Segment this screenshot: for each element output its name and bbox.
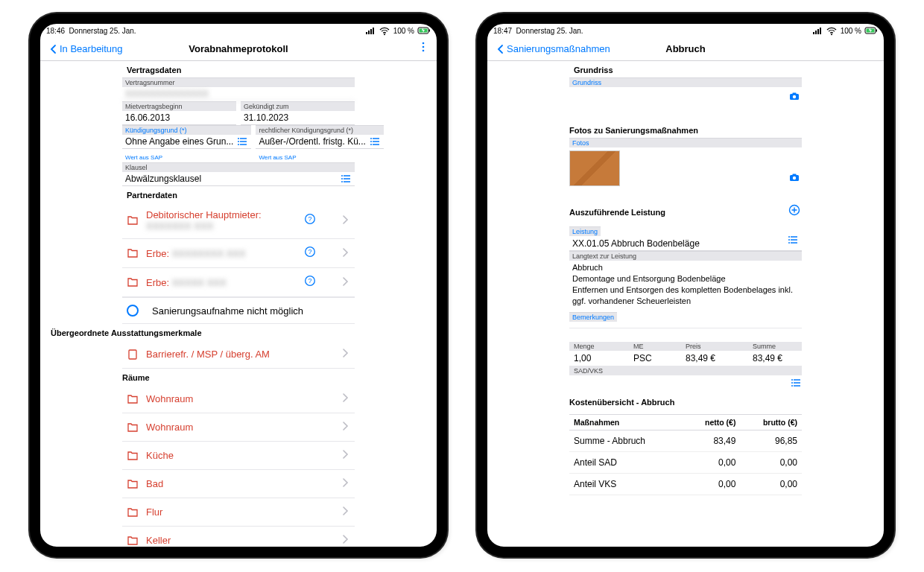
room-list: WohnraumWohnraumKücheBadFlurKeller: [122, 385, 355, 547]
th-massnahmen: Maßnahmen: [569, 415, 684, 430]
list-icon[interactable]: [788, 234, 799, 249]
partner-row[interactable]: Erbe: XXXXXXXX XXX: [122, 239, 355, 268]
help-icon[interactable]: [304, 213, 316, 228]
back-button[interactable]: In Bearbeitung: [48, 43, 123, 55]
chevron-right-icon: [340, 392, 350, 406]
photo-thumbnail[interactable]: [569, 150, 620, 186]
back-label: Sanierungsmaßnahmen: [507, 43, 610, 54]
label-mietbeginn: Mietvertragsbeginn: [122, 101, 236, 111]
section-leistung: Auszuführende Leistung: [569, 208, 665, 217]
battery-icon: [864, 25, 878, 36]
more-menu-button[interactable]: [417, 41, 429, 57]
folder-icon: [127, 247, 139, 259]
partner-list: Debitorischer Hauptmieter: XXXXXXX XXXEr…: [122, 203, 355, 297]
cost-netto: 0,00: [684, 474, 741, 495]
value-klausel[interactable]: Abwälzungsklausel: [122, 172, 355, 186]
cost-brutto: 0,00: [740, 452, 802, 474]
row-barrierefrei[interactable]: Barrierefr. / MSP / überg. AM: [122, 340, 355, 369]
list-icon[interactable]: [238, 136, 248, 150]
label-sadvks: SAD/VKS: [569, 366, 802, 375]
hint-kuendigungsgrund: Wert aus SAP: [122, 153, 165, 162]
label-gekuendigt: Gekündigt zum: [241, 101, 355, 111]
cost-table: Maßnahmen netto (€) brutto (€) Summe - A…: [569, 414, 802, 495]
value-leistung[interactable]: XX.01.05 Abbruch Bodenbeläge: [569, 237, 802, 251]
chevron-right-icon: [340, 420, 350, 434]
cost-netto: 0,00: [684, 452, 741, 474]
section-partnerdaten: Partnerdaten: [122, 186, 355, 203]
section-uebergeordnet: Übergeordnete Ausstattungsmerkmale: [51, 324, 431, 340]
room-label: Bad: [146, 478, 332, 489]
help-icon[interactable]: [304, 246, 316, 261]
value-summe: 83,49 €: [748, 351, 802, 366]
label-fotos: Fotos: [569, 138, 802, 147]
cost-label: Anteil VKS: [569, 474, 684, 495]
camera-button[interactable]: [569, 87, 802, 108]
section-vertragsdaten: Vertragsdaten: [122, 61, 355, 77]
folder-icon: [127, 478, 139, 490]
partner-label: Erbe: XXXXX XXX: [146, 277, 297, 288]
list-icon[interactable]: [341, 173, 352, 188]
cost-brutto: 96,85: [740, 430, 802, 452]
camera-button[interactable]: [788, 171, 802, 186]
partner-row[interactable]: Debitorischer Hauptmieter: XXXXXXX XXX: [122, 203, 355, 239]
room-row[interactable]: Flur: [122, 498, 355, 527]
status-battery: 100 %: [393, 27, 414, 35]
section-fotos: Fotos zu Sanierungsmaßnahmen: [569, 121, 802, 138]
section-raeume: Räume: [122, 369, 355, 385]
chevron-right-icon: [340, 214, 350, 228]
room-row[interactable]: Bad: [122, 470, 355, 498]
value-menge[interactable]: 1,00: [569, 351, 629, 366]
list-icon[interactable]: [791, 377, 802, 392]
help-icon[interactable]: [304, 275, 316, 290]
section-kostenuebersicht: Kostenübersicht - Abbruch: [569, 393, 802, 410]
qty-header: Menge ME Preis Summe: [569, 342, 802, 351]
room-label: Flur: [146, 506, 332, 518]
room-row[interactable]: Wohnraum: [122, 385, 355, 413]
back-button[interactable]: Sanierungsmaßnahmen: [495, 43, 610, 55]
value-recht-kgrund[interactable]: Außer-/Ordentl. fristg. Kü...: [256, 135, 383, 149]
label-recht-kgrund: rechtlicher Kündigungsgrund (*): [256, 125, 383, 135]
room-row[interactable]: Küche: [122, 442, 355, 470]
side-tab-version: Testversion: [477, 277, 487, 323]
room-row[interactable]: Keller: [122, 527, 355, 547]
label-menge: Menge: [569, 342, 629, 351]
chevron-right-icon: [340, 247, 350, 261]
tablet-left: Testversion 18:46 Donnerstag 25. Jan. 10…: [30, 13, 447, 557]
status-time: 18:46: [46, 27, 65, 35]
th-brutto: brutto (€): [740, 415, 802, 430]
label-leistung: Leistung: [569, 226, 601, 236]
nav-bar: Sanierungsmaßnahmen Abbruch: [487, 37, 884, 61]
list-icon[interactable]: [370, 136, 381, 150]
wifi-icon: [379, 25, 390, 36]
cost-netto: 83,49: [684, 430, 741, 452]
value-mietbeginn: 16.06.2013: [122, 111, 236, 125]
label-klausel: Klausel: [122, 162, 355, 172]
th-netto: netto (€): [684, 415, 741, 430]
value-me: PSC: [629, 351, 681, 366]
room-label: Wohnraum: [146, 393, 332, 404]
section-grundriss: Grundriss: [569, 61, 802, 77]
value-langtext: AbbruchDemontage und Entsorgung Bodenbel…: [569, 261, 802, 309]
cost-row: Anteil VKS0,000,00: [569, 474, 802, 495]
value-gekuendigt: 31.10.2023: [241, 111, 355, 125]
hint-recht-kgrund: Wert aus SAP: [256, 153, 299, 162]
label-langtext: Langtext zur Leistung: [569, 251, 802, 261]
label-vertragsnummer: Vertragsnummer: [122, 77, 355, 87]
chevron-right-icon: [340, 505, 350, 519]
room-row[interactable]: Wohnraum: [122, 413, 355, 442]
chevron-right-icon: [340, 533, 350, 547]
label-grundriss: Grundriss: [569, 77, 802, 87]
tablet-right: Testversion 18:47 Donnerstag 25. Jan. 10…: [477, 13, 894, 557]
back-label: In Bearbeitung: [60, 43, 123, 54]
add-button[interactable]: [788, 204, 802, 220]
radio-icon[interactable]: [127, 305, 139, 317]
value-kuendigungsgrund[interactable]: Ohne Angabe eines Grun...: [122, 135, 251, 149]
folder-icon: [127, 506, 139, 518]
signal-icon: [812, 25, 823, 36]
label-kuendigungsgrund: Kündigungsgrund (*): [122, 125, 251, 135]
folder-icon: [127, 276, 139, 288]
status-date: Donnerstag 25. Jan.: [516, 27, 583, 35]
partner-row[interactable]: Erbe: XXXXX XXX: [122, 268, 355, 297]
row-sanierung-nicht-moeglich[interactable]: Sanierungsaufnahme nicht möglich: [122, 297, 355, 324]
signal-icon: [365, 25, 376, 36]
